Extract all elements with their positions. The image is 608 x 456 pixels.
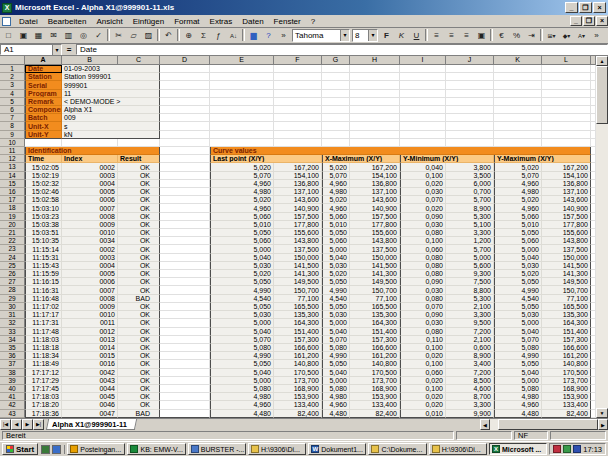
currency-icon[interactable]: € (494, 29, 509, 43)
index-cell[interactable]: 0010 (62, 311, 118, 319)
info-value-cell[interactable]: 11 (62, 90, 160, 98)
row-header-3[interactable]: 3 (0, 81, 25, 89)
last-point-x-cell[interactable]: 5,060 (210, 213, 274, 221)
index-cell[interactable]: 0004 (62, 262, 118, 270)
last-point-x-cell[interactable]: 4,990 (210, 286, 274, 294)
empty-cell[interactable] (350, 114, 400, 122)
empty-cell[interactable] (400, 98, 446, 106)
result-cell[interactable]: OK (118, 352, 160, 360)
last-point-y-cell[interactable]: 173,700 (274, 377, 322, 385)
name-box[interactable]: A1 ▾ (0, 44, 62, 55)
last-point-y-cell[interactable]: 141,300 (274, 270, 322, 278)
empty-cell[interactable] (160, 369, 210, 377)
row-header-38[interactable]: 38 (0, 369, 25, 377)
empty-cell[interactable] (160, 180, 210, 188)
empty-cell[interactable] (210, 65, 274, 73)
y-min-x-cell[interactable]: 0,090 (400, 311, 446, 319)
time-cell[interactable]: 11:15:14 (25, 245, 62, 253)
index-cell[interactable]: 0010 (62, 229, 118, 237)
empty-cell[interactable] (446, 65, 494, 73)
row-header-39[interactable]: 39 (0, 377, 25, 385)
scroll-up-icon[interactable]: ▲ (596, 56, 608, 66)
y-min-y-cell[interactable]: 3,300 (446, 401, 494, 409)
empty-cell[interactable] (542, 122, 591, 130)
last-point-y-cell[interactable]: 137,500 (274, 245, 322, 253)
selected-cell-a1[interactable]: Date (25, 65, 62, 73)
y-min-x-cell[interactable]: 0,090 (400, 213, 446, 221)
column-header-I[interactable]: I (400, 56, 446, 65)
last-point-y-cell[interactable]: 164,300 (274, 319, 322, 327)
edit-formula-button[interactable]: = (62, 44, 76, 55)
row-header-23[interactable]: 23 (0, 245, 25, 253)
empty-cell[interactable] (274, 73, 322, 81)
x-max-y-cell[interactable]: 170,500 (350, 369, 400, 377)
y-min-y-cell[interactable]: 3,400 (446, 360, 494, 368)
y-min-y-cell[interactable]: 0,700 (446, 188, 494, 196)
cut-icon[interactable]: ✂ (111, 29, 126, 43)
y-min-y-cell[interactable]: 7,200 (446, 328, 494, 336)
y-min-x-cell[interactable]: 0,040 (400, 163, 446, 171)
empty-cell[interactable] (160, 262, 210, 270)
y-min-y-cell[interactable]: 3,500 (446, 172, 494, 180)
empty-cell[interactable] (160, 73, 210, 81)
empty-cell[interactable] (322, 106, 350, 114)
empty-cell[interactable] (542, 81, 591, 89)
last-point-y-cell[interactable]: 167,200 (274, 163, 322, 171)
index-cell[interactable]: 0011 (62, 319, 118, 327)
last-point-x-cell[interactable]: 5,060 (210, 237, 274, 245)
horizontal-scrollbar[interactable]: ◀ ▶ (480, 419, 608, 430)
menu-fenster[interactable]: Fenster (269, 16, 306, 27)
empty-cell[interactable] (160, 286, 210, 294)
result-cell[interactable]: OK (118, 221, 160, 229)
last-point-y-cell[interactable]: 177,800 (274, 221, 322, 229)
y-min-y-cell[interactable]: 9,500 (446, 319, 494, 327)
empty-cell[interactable] (160, 163, 210, 171)
x-max-x-cell[interactable]: 5,050 (322, 303, 350, 311)
x-max-x-cell[interactable]: 4,960 (322, 401, 350, 409)
empty-cell[interactable] (118, 139, 160, 147)
x-max-y-cell[interactable]: 155,600 (350, 229, 400, 237)
result-cell[interactable]: OK (118, 344, 160, 352)
empty-cell[interactable] (494, 81, 542, 89)
workbook-icon[interactable] (2, 17, 11, 26)
empty-cell[interactable] (322, 81, 350, 89)
x-max-y-cell[interactable]: 140,900 (350, 204, 400, 212)
empty-cell[interactable] (160, 131, 210, 139)
result-cell[interactable]: OK (118, 180, 160, 188)
y-max-x-cell[interactable]: 4,960 (494, 401, 542, 409)
last-point-y-cell[interactable]: 77,100 (274, 295, 322, 303)
indent-icon[interactable]: ⇥ (524, 29, 539, 43)
last-point-x-cell[interactable]: 5,040 (210, 254, 274, 262)
y-max-x-cell[interactable]: 4,960 (494, 204, 542, 212)
y-max-y-cell[interactable]: 140,800 (542, 360, 591, 368)
x-max-x-cell[interactable]: 4,960 (322, 204, 350, 212)
result-cell[interactable]: OK (118, 311, 160, 319)
empty-cell[interactable] (542, 106, 591, 114)
row-header-30[interactable]: 30 (0, 303, 25, 311)
bold-button[interactable]: F (379, 29, 394, 43)
y-max-x-cell[interactable]: 4,990 (494, 352, 542, 360)
x-max-x-cell[interactable]: 5,050 (322, 360, 350, 368)
empty-cell[interactable] (160, 122, 210, 130)
copy-icon[interactable]: ▱ (126, 29, 141, 43)
x-max-x-cell[interactable]: 5,020 (322, 163, 350, 171)
x-max-y-cell[interactable]: 165,500 (350, 303, 400, 311)
last-point-x-cell[interactable]: 5,020 (210, 196, 274, 204)
menu-datei[interactable]: Datei (14, 16, 43, 27)
last-point-y-cell[interactable]: 153,900 (274, 393, 322, 401)
time-cell[interactable]: 11:18:49 (25, 360, 62, 368)
last-point-x-cell[interactable]: 5,070 (210, 172, 274, 180)
column-header-E[interactable]: E (210, 56, 274, 65)
empty-cell[interactable] (274, 131, 322, 139)
empty-cell[interactable] (160, 114, 210, 122)
chart-wizard-icon[interactable]: ▆ (246, 29, 261, 43)
empty-cell[interactable] (542, 90, 591, 98)
y-max-x-cell[interactable]: 5,080 (494, 385, 542, 393)
info-label-cell[interactable]: Unit-X (25, 122, 62, 130)
time-cell[interactable]: 11:16:15 (25, 278, 62, 286)
select-all-corner[interactable] (0, 56, 25, 65)
align-right-icon[interactable]: ≡ (459, 29, 474, 43)
empty-cell[interactable] (160, 319, 210, 327)
mail-icon[interactable]: ✉ (46, 29, 61, 43)
empty-cell[interactable] (160, 410, 210, 418)
